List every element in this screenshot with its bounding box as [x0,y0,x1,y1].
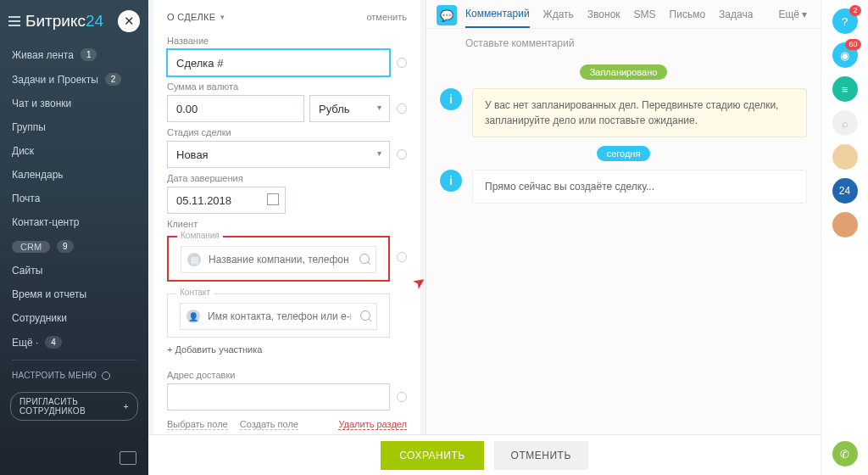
lines-icon[interactable]: ≡ [832,76,858,102]
planned-badge: Запланировано [580,64,668,80]
clear-icon[interactable] [397,392,407,402]
contact-box: Контакт 👤 [167,293,390,338]
bottom-bar: СОХРАНИТЬ ОТМЕНИТЬ [148,434,821,475]
invite-button[interactable]: ПРИГЛАСИТЬ СОТРУДНИКОВ+ [10,392,138,421]
search-icon[interactable]: ⌕ [832,110,858,136]
person-icon: 👤 [186,310,200,323]
stage-select[interactable]: ▾ [167,141,390,168]
timeline-item: У вас нет запланированных дел. Передвинь… [472,88,807,137]
sidebar-item[interactable]: Чат и звонки [0,92,148,115]
avatar[interactable]: 24 [832,178,858,204]
sidebar-item[interactable]: Живая лента1 [0,42,148,67]
arrow-annotation: ➤ [409,271,426,294]
company-input[interactable] [181,246,376,273]
address-input[interactable] [167,383,390,411]
delete-section-link[interactable]: Удалить раздел [338,419,407,430]
field-label: Сумма и валюта [167,81,407,92]
panel-title: О СДЕЛКЕ [167,12,215,22]
tab[interactable]: SMS [634,8,656,27]
network-icon[interactable]: ◉60 [832,42,858,68]
clear-icon[interactable] [397,58,407,68]
gear-icon [102,372,110,380]
currency-select[interactable]: ▾ [309,95,390,122]
sidebar-item[interactable]: Ещё ·4 [0,330,148,355]
field-label: Дата завершения [167,173,407,183]
sidebar-item[interactable]: Диск [0,139,148,163]
clear-icon[interactable] [397,103,407,114]
tab-more[interactable]: Ещё▾ [778,8,807,27]
today-badge: сегодня [597,146,651,161]
info-icon: i [440,170,462,192]
comment-icon[interactable]: 💬 [437,5,457,25]
chevron-down-icon[interactable]: ▾ [220,13,225,21]
right-rail: ?2 ◉60 ≡ ⌕ 24 ✆ [821,0,868,475]
sidebar-item[interactable]: Группы [0,115,148,139]
sidebar-item[interactable]: Почта [0,187,148,210]
sidebar-item[interactable]: Время и отчеты [0,282,148,306]
add-participant[interactable]: + Добавить участника [167,344,407,355]
amount-input[interactable] [167,95,304,122]
logo: Битрикс24 [25,12,103,31]
tab[interactable]: Ждать [543,8,574,27]
save-button[interactable]: СОХРАНИТЬ [381,441,483,470]
tab[interactable]: Звонок [587,8,620,27]
help-icon[interactable]: ?2 [832,8,858,34]
sub-label: Контакт [176,288,214,297]
clear-icon[interactable] [397,149,407,159]
search-icon[interactable] [360,310,370,321]
sidebar-item[interactable]: Сотрудники [0,306,148,330]
tab[interactable]: Задача [719,8,753,27]
sidebar: Битрикс24 ✕ Живая лента1Задачи и Проекты… [0,0,148,475]
field-label: Адрес доставки [167,370,407,380]
field-label: Стадия сделки [167,127,407,137]
sidebar-item[interactable]: Контакт-центр [0,210,148,234]
tabs: КомментарийЖдатьЗвонокSMSПисьмоЗадачаЕщё… [426,0,821,29]
panel-cancel[interactable]: отменить [366,12,407,22]
field-label: Клиент [167,219,407,229]
cancel-button[interactable]: ОТМЕНИТЬ [494,441,588,470]
close-icon[interactable]: ✕ [118,10,140,32]
info-icon: i [440,88,462,110]
tab[interactable]: Письмо [670,8,706,27]
comment-placeholder[interactable]: Оставьте комментарий [426,29,821,58]
search-icon[interactable] [359,254,370,264]
sidebar-item[interactable]: CRM9 [0,234,148,259]
timeline-item: Прямо сейчас вы создаёте сделку... [472,170,807,204]
calendar-icon[interactable] [267,193,279,205]
avatar[interactable] [832,212,858,238]
phone-icon[interactable]: ✆ [832,441,858,467]
tab[interactable]: Комментарий [465,8,530,28]
clear-icon[interactable] [397,252,407,262]
sub-label: Компания [177,231,223,240]
activity-panel: 💬 КомментарийЖдатьЗвонокSMSПисьмоЗадачаЕ… [426,0,821,475]
menu-toggle-icon[interactable] [8,16,20,26]
contact-input[interactable] [180,303,377,330]
select-field-link[interactable]: Выбрать поле [167,419,228,430]
sidebar-item[interactable]: Задачи и Проекты2 [0,67,148,92]
printer-icon[interactable] [120,451,136,465]
company-box: Компания ▤ [167,236,390,282]
field-label: Название [167,36,407,46]
sidebar-item[interactable]: Календарь [0,163,148,187]
configure-menu[interactable]: НАСТРОИТЬ МЕНЮ [0,366,148,385]
create-field-link[interactable]: Создать поле [240,419,298,430]
sidebar-item[interactable]: Сайты [0,259,148,282]
avatar[interactable] [832,144,858,170]
building-icon: ▤ [187,253,201,266]
deal-name-input[interactable] [167,49,390,76]
deal-form: О СДЕЛКЕ ▾ отменить Название Сумма и вал… [148,0,426,475]
